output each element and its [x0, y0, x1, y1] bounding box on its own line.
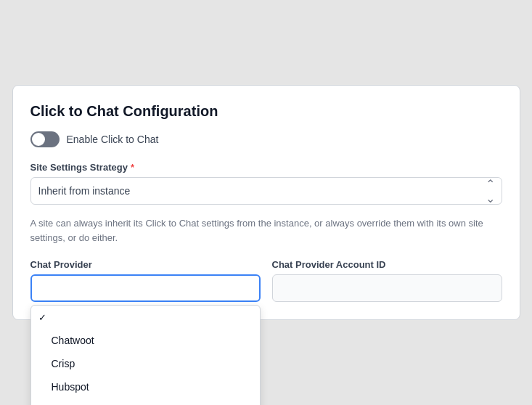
- page-title: Click to Chat Configuration: [30, 103, 502, 120]
- required-star: *: [131, 162, 134, 173]
- toggle-row: Enable Click to Chat: [30, 131, 502, 147]
- site-settings-select[interactable]: Inherit from instance Override with site…: [30, 177, 502, 205]
- chat-provider-section: Chat Provider Chatwoot Crisp Hubspot Jiv…: [30, 259, 261, 302]
- dropdown-item-chatwoot[interactable]: Chatwoot: [31, 329, 260, 352]
- chat-provider-input[interactable]: [30, 274, 261, 302]
- configuration-card: Click to Chat Configuration Enable Click…: [12, 85, 520, 320]
- dropdown-item-jivochat[interactable]: JivoChat: [31, 398, 260, 405]
- enable-toggle[interactable]: [30, 131, 60, 147]
- account-id-input[interactable]: [272, 274, 502, 302]
- provider-row: Chat Provider Chatwoot Crisp Hubspot Jiv…: [30, 259, 502, 302]
- site-settings-section: Site Settings Strategy * Inherit from in…: [30, 162, 502, 205]
- site-settings-select-wrapper: Inherit from instance Override with site…: [30, 177, 502, 205]
- dropdown-item-empty[interactable]: [31, 306, 260, 329]
- account-id-label: Chat Provider Account ID: [272, 259, 502, 270]
- chat-provider-dropdown-container: Chatwoot Crisp Hubspot JivoChat LiveChat…: [30, 274, 261, 302]
- dropdown-item-hubspot[interactable]: Hubspot: [31, 375, 260, 398]
- site-settings-hint: A site can always inherit its Click to C…: [30, 216, 502, 245]
- toggle-label: Enable Click to Chat: [67, 134, 159, 145]
- account-id-section: Chat Provider Account ID: [272, 259, 502, 302]
- dropdown-item-crisp[interactable]: Crisp: [31, 352, 260, 375]
- site-settings-label: Site Settings Strategy *: [30, 162, 502, 173]
- chat-provider-label: Chat Provider: [30, 259, 261, 270]
- chat-provider-dropdown-menu: Chatwoot Crisp Hubspot JivoChat LiveChat…: [30, 305, 261, 405]
